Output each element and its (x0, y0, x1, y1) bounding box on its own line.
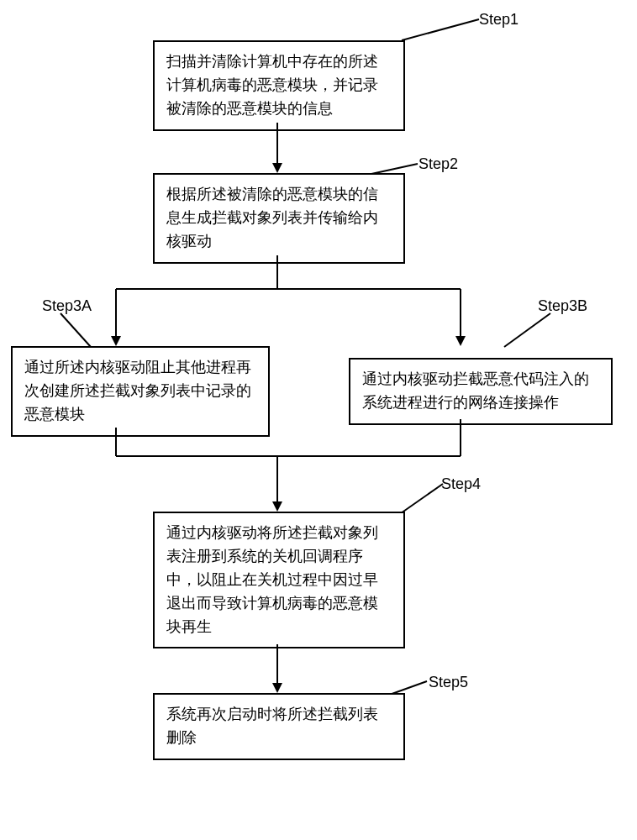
leader-step3b (504, 313, 550, 347)
arrow-4-5 (269, 644, 286, 695)
svg-marker-7 (111, 336, 121, 346)
box-step1: 扫描并清除计算机中存在的所述计算机病毒的恶意模块，并记录被清除的恶意模块的信息 (153, 40, 405, 131)
svg-line-10 (61, 313, 91, 347)
leader-step3a (61, 313, 94, 347)
label-step3b: Step3B (538, 297, 587, 315)
label-step2: Step2 (419, 155, 458, 173)
svg-marker-2 (272, 163, 282, 173)
leader-step1 (402, 19, 484, 40)
box-step4: 通过内核驱动将所述拦截对象列表注册到系统的关机回调程序中，以阻止在关机过程中因过… (153, 512, 405, 648)
svg-line-0 (402, 19, 479, 40)
label-step4: Step4 (441, 475, 481, 493)
label-step1: Step1 (479, 11, 519, 29)
box-step3b: 通过内核驱动拦截恶意代码注入的系统进程进行的网络连接操作 (349, 358, 613, 425)
svg-marker-19 (272, 683, 282, 693)
box-step2: 根据所述被清除的恶意模块的信息生成拦截对象列表并传输给内核驱动 (153, 173, 405, 264)
svg-marker-16 (272, 501, 282, 512)
leader-step4 (401, 484, 447, 513)
label-step3a: Step3A (42, 297, 92, 315)
svg-line-11 (504, 313, 550, 347)
box-step3a: 通过所述内核驱动阻止其他进程再次创建所述拦截对象列表中记录的恶意模块 (11, 346, 270, 437)
box-step5: 系统再次启动时将所述拦截列表删除 (153, 693, 405, 760)
svg-marker-9 (455, 336, 466, 346)
label-step5: Step5 (429, 674, 468, 691)
svg-line-17 (401, 484, 443, 513)
